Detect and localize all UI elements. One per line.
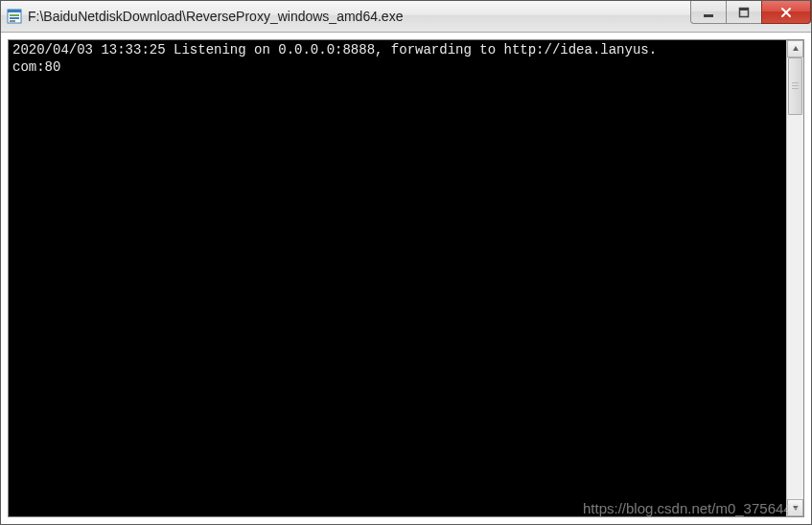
console-line: 2020/04/03 13:33:25 Listening on 0.0.0.0… xyxy=(12,42,657,57)
vertical-scrollbar[interactable] xyxy=(786,40,803,516)
client-area: 2020/04/03 13:33:25 Listening on 0.0.0.0… xyxy=(1,33,811,524)
scroll-up-button[interactable] xyxy=(787,40,803,57)
scroll-down-button[interactable] xyxy=(787,499,803,516)
svg-rect-7 xyxy=(739,8,749,11)
svg-rect-5 xyxy=(704,14,713,17)
scroll-thumb[interactable] xyxy=(788,57,802,115)
window-controls xyxy=(691,1,811,32)
svg-rect-2 xyxy=(10,14,19,16)
console-output: 2020/04/03 13:33:25 Listening on 0.0.0.0… xyxy=(9,40,786,516)
title-bar[interactable]: F:\BaiduNetdiskDownload\ReverseProxy_win… xyxy=(1,1,811,33)
svg-rect-3 xyxy=(10,17,19,19)
maximize-button[interactable] xyxy=(726,1,762,24)
minimize-button[interactable] xyxy=(690,1,727,24)
svg-rect-4 xyxy=(10,20,15,22)
console-wrap: 2020/04/03 13:33:25 Listening on 0.0.0.0… xyxy=(8,39,804,517)
close-button[interactable] xyxy=(761,1,811,24)
app-window: F:\BaiduNetdiskDownload\ReverseProxy_win… xyxy=(0,0,812,525)
console-line: com:80 xyxy=(12,59,60,75)
app-icon xyxy=(7,9,22,24)
svg-rect-1 xyxy=(8,10,21,12)
scroll-track[interactable] xyxy=(787,57,803,499)
